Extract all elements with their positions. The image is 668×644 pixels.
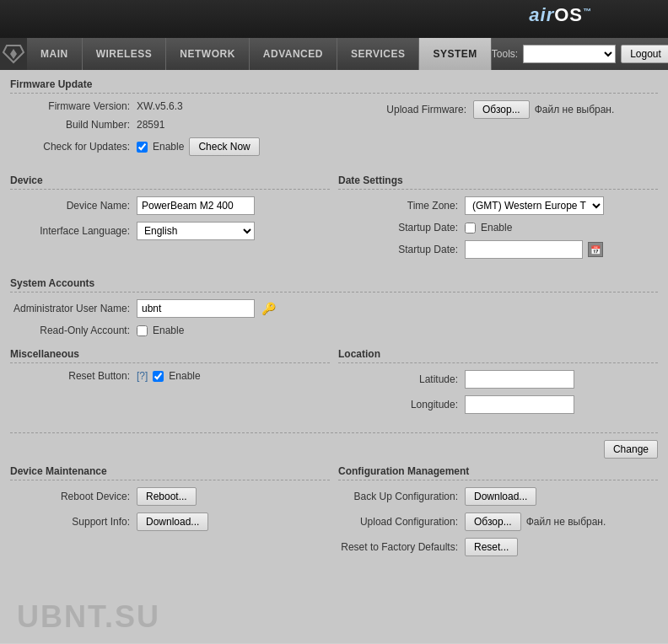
reboot-button[interactable]: Reboot... (137, 487, 197, 506)
interface-lang-row: Interface Language: English Russian Span… (10, 222, 330, 240)
check-now-button[interactable]: Check Now (189, 137, 259, 156)
admin-username-label: Administrator User Name: (10, 303, 137, 314)
miscellaneous-title: Miscellaneous (10, 348, 330, 363)
device-section-title: Device (10, 174, 330, 190)
reset-button-value: [?] Enable (137, 370, 201, 382)
timezone-row: Time Zone: (GMT) Western Europe Ti (338, 196, 658, 215)
longitude-input[interactable] (465, 395, 574, 414)
check-updates-checkbox[interactable] (137, 142, 148, 153)
startup-date2-row: Startup Date: 📅 (338, 240, 658, 259)
logo: airOS™ (529, 4, 592, 26)
startup-date1-label: Startup Date: (338, 222, 465, 233)
reboot-value: Reboot... (137, 487, 197, 506)
location-title: Location (338, 348, 658, 363)
logo-air: air (529, 4, 554, 25)
longitude-row: Longitude: (338, 395, 658, 414)
tab-system[interactable]: SYSTEM (419, 38, 491, 70)
key-icon[interactable]: 🔑 (260, 300, 277, 317)
device-maintenance-title: Device Maintenance (10, 465, 330, 480)
system-accounts-section: System Accounts Administrator User Name:… (10, 277, 658, 336)
tab-advanced[interactable]: ADVANCED (250, 38, 337, 70)
admin-username-input[interactable] (137, 299, 255, 318)
calendar-icon[interactable]: 📅 (588, 242, 603, 257)
startup-date2-label: Startup Date: (338, 244, 465, 255)
support-info-row: Support Info: Download... (10, 513, 330, 531)
longitude-value (465, 395, 574, 414)
firmware-section-title: Firmware Update (10, 78, 658, 94)
miscellaneous-section: Miscellaneous Reset Button: [?] Enable (10, 348, 330, 421)
upload-config-label: Upload Configuration: (338, 516, 465, 528)
upload-no-file-text: Файл не выбран. (535, 104, 615, 115)
reset-help-link[interactable]: [?] (137, 370, 148, 382)
readonly-account-checkbox[interactable] (137, 325, 148, 336)
factory-reset-button[interactable]: Reset... (465, 538, 518, 556)
readonly-account-row: Read-Only Account: Enable (10, 325, 658, 336)
check-updates-label: Check for Updates: (10, 141, 137, 153)
firmware-left: Firmware Version: XW.v5.6.3 Build Number… (10, 100, 321, 163)
interface-lang-select[interactable]: English Russian Spanish (137, 222, 255, 240)
latitude-value (465, 370, 574, 389)
reset-button-checkbox[interactable] (153, 371, 164, 382)
device-name-label: Device Name: (10, 200, 137, 212)
location-section: Location Latitude: Longitude: (338, 348, 658, 421)
timezone-select[interactable]: (GMT) Western Europe Ti (465, 196, 604, 215)
longitude-label: Longitude: (338, 399, 465, 411)
tab-network[interactable]: NETWORK (166, 38, 250, 70)
misc-location-section: Miscellaneous Reset Button: [?] Enable L… (10, 348, 658, 421)
upload-firmware-value: Обзор... Файл не выбран. (473, 100, 614, 119)
upload-firmware-label: Upload Firmware: (347, 104, 473, 115)
device-date-section: Device Device Name: Interface Language: … (10, 174, 658, 266)
factory-reset-label: Reset to Factory Defaults: (338, 541, 465, 553)
timezone-label: Time Zone: (338, 200, 465, 212)
tab-wireless[interactable]: WIRELESS (83, 38, 167, 70)
latitude-label: Latitude: (338, 373, 465, 385)
firmware-version-label: Firmware Version: (10, 100, 137, 112)
device-name-row: Device Name: (10, 196, 330, 215)
firmware-version-row: Firmware Version: XW.v5.6.3 (10, 100, 321, 112)
factory-reset-row: Reset to Factory Defaults: Reset... (338, 538, 658, 556)
reboot-label: Reboot Device: (10, 491, 137, 502)
firmware-section: Firmware Update Firmware Version: XW.v5.… (10, 78, 658, 163)
upload-config-value: Обзор... Файл не выбран. (465, 513, 606, 531)
interface-lang-value: English Russian Spanish (137, 222, 255, 240)
tools-select[interactable] (523, 45, 616, 63)
firmware-version-value: XW.v5.6.3 (137, 100, 183, 112)
main-content: Firmware Update Firmware Version: XW.v5.… (0, 70, 668, 643)
latitude-input[interactable] (465, 370, 574, 389)
support-info-label: Support Info: (10, 516, 137, 528)
logout-button[interactable]: Logout (621, 45, 668, 63)
ubiquiti-icon (0, 42, 27, 66)
bottom-sections: Device Maintenance Reboot Device: Reboot… (10, 465, 658, 563)
startup-date2-value: 📅 (465, 240, 603, 259)
startup-date1-value: Enable (465, 222, 512, 233)
tab-services[interactable]: SERVICES (337, 38, 419, 70)
backup-config-value: Download... (465, 487, 536, 506)
watermark: UBNT.SU (17, 599, 160, 635)
tab-main[interactable]: MAIN (27, 38, 83, 70)
config-management-section: Configuration Management Back Up Configu… (338, 465, 658, 563)
upload-config-browse-button[interactable]: Обзор... (465, 513, 521, 531)
logo-tm: ™ (583, 7, 592, 16)
support-download-button[interactable]: Download... (137, 513, 208, 531)
upload-firmware-row: Upload Firmware: Обзор... Файл не выбран… (347, 100, 658, 119)
device-name-input[interactable] (137, 196, 255, 215)
config-management-title: Configuration Management (338, 465, 658, 480)
startup-date1-row: Startup Date: Enable (338, 222, 658, 233)
readonly-enable-label: Enable (153, 325, 184, 336)
startup-date1-checkbox[interactable] (465, 223, 476, 233)
change-button[interactable]: Change (604, 440, 658, 459)
firmware-check-row: Check for Updates: Enable Check Now (10, 137, 321, 156)
upload-config-row: Upload Configuration: Обзор... Файл не в… (338, 513, 658, 531)
device-name-value (137, 196, 255, 215)
nav-tools: Tools: Logout (492, 38, 668, 70)
firmware-build-value: 28591 (137, 119, 164, 131)
admin-username-row: Administrator User Name: 🔑 (10, 299, 658, 318)
startup-date2-input[interactable] (465, 240, 583, 259)
backup-download-button[interactable]: Download... (465, 487, 536, 506)
upload-config-no-file: Файл не выбран. (526, 516, 606, 528)
factory-reset-value: Reset... (465, 538, 518, 556)
change-row: Change (10, 432, 658, 465)
enable-label: Enable (153, 141, 184, 153)
upload-browse-button[interactable]: Обзор... (473, 100, 530, 119)
device-section: Device Device Name: Interface Language: … (10, 174, 330, 266)
